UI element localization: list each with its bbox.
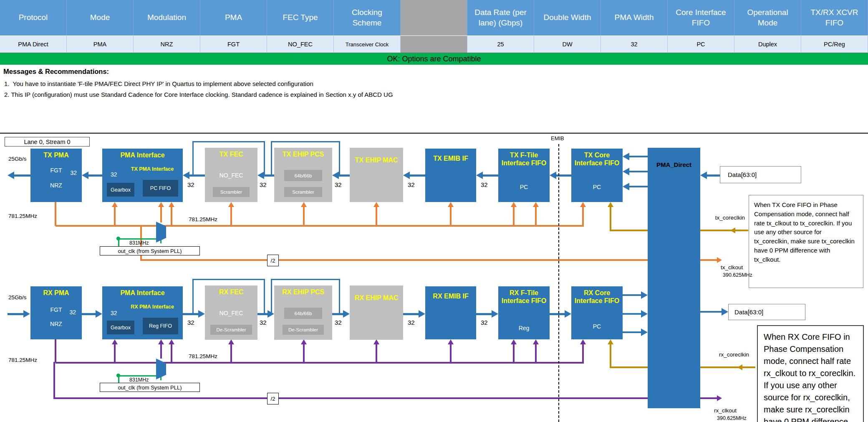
rx-ehip-pcs-block: RX EHIP PCS 64b/66b De-Scrambler [274, 286, 332, 340]
rx-serial-arrowhead [23, 310, 30, 318]
rx-emib-if-block: RX EMIB IF [425, 286, 476, 339]
cell-data-rate[interactable]: 25 [467, 35, 534, 53]
rx-bus-arrowhead [492, 310, 498, 318]
tx-emib-if-block: TX EMIB IF [425, 149, 476, 202]
tx-core-fifo-mode: PC [571, 184, 623, 190]
rx-data-line [700, 311, 722, 313]
tx-pcs-scrambler-block: Scrambler [284, 187, 322, 197]
rx-bus-line [476, 313, 492, 315]
tx-clkout-arrowhead [717, 257, 722, 263]
cell-double-width[interactable]: DW [534, 35, 601, 53]
tx-pma-interface-bus-width: 32 [111, 171, 117, 178]
lane-stream-label: Lane 0, Stream 0 [5, 137, 90, 147]
cell-xcvr-fifo[interactable]: PC/Reg [801, 35, 868, 53]
rx-fec-mode: NO_FEC [205, 310, 257, 316]
rx-core-arrowhead [641, 291, 648, 299]
tx-clock-stub [513, 207, 515, 226]
tx-pc-fifo-block: PC FIFO [143, 180, 178, 197]
tx-bus-line [409, 174, 425, 177]
rx-pll-source-box: out_clk (from System PLL) [100, 383, 200, 392]
cell-modulation[interactable]: NRZ [134, 35, 200, 53]
cell-protocol[interactable]: PMA Direct [0, 35, 67, 53]
cell-pma-width[interactable]: 32 [601, 35, 668, 53]
tx-note: When TX Core FIFO in Phase Compensation … [749, 195, 863, 288]
rx-bus-line [183, 313, 199, 315]
rx-core-line [623, 331, 642, 333]
rx-clock-stub [535, 344, 537, 363]
rx-bus-line [257, 313, 268, 315]
col-header-mode: Mode [67, 0, 134, 35]
tx-bus-width-label: 32 [481, 181, 488, 188]
rx-clkout-arrowhead [717, 395, 722, 401]
tx-pma-block: TX PMA FGT NRZ 32 [30, 149, 82, 202]
tx-core-line [628, 156, 648, 157]
emib-boundary-line [558, 144, 559, 422]
config-table-values: PMA Direct PMA NRZ FGT NO_FEC Transceive… [0, 35, 868, 53]
tx-fec-mode: NO_FEC [205, 172, 257, 179]
tx-serial-rate-label: 25Gb/s [8, 156, 27, 162]
rx-core-arrowhead [641, 310, 648, 318]
col-header-protocol: Protocol [0, 0, 67, 35]
tx-64b66b-block: 64b/66b [284, 170, 322, 181]
tx-mux-out-line [160, 207, 162, 222]
rx-pll-tap-dot [116, 374, 120, 377]
rx-note: When RX Core FIFO in Phase Compensation … [757, 325, 864, 422]
tx-bypass-line [264, 142, 265, 175]
rx-pll-line [118, 375, 161, 377]
emib-label: EMIB [551, 135, 564, 142]
rx-clock-stub [114, 344, 116, 363]
clocking-scheme-tool: Protocol Mode Modulation PMA FEC Type Cl… [0, 0, 868, 422]
col-header-pma-width: PMA Width [601, 0, 668, 35]
rx-fec-title: RX FEC [205, 286, 257, 296]
message-item-2: 2. This IP (configuration) must use Stan… [4, 91, 393, 98]
col-header-data-rate: Data Rate (per lane) (Gbps) [467, 0, 534, 35]
messages-title: Messages & Recommendations: [3, 68, 109, 76]
rx-pma-bus-width: 32 [69, 309, 76, 316]
rx-bus-width-label: 32 [481, 319, 488, 326]
col-header-modulation: Modulation [134, 0, 200, 35]
tx-ehip-pcs-block: TX EHIP PCS 64b/66b Scrambler [274, 148, 332, 202]
rx-bypass-line [271, 280, 272, 313]
rx-data-box: Data[63:0] [728, 304, 805, 320]
rx-data-arrowhead [722, 308, 728, 316]
cell-clocking-scheme[interactable]: Transceiver Clock [334, 35, 401, 53]
tx-div2-box: /2 [267, 255, 279, 266]
rx-pma-title: RX PMA [30, 286, 82, 297]
rx-div2-branch [53, 362, 55, 399]
rx-bus-width-label: 32 [335, 319, 342, 326]
cell-pma[interactable]: FGT [200, 35, 267, 53]
rx-bus-arrowhead [96, 310, 102, 318]
cell-core-interface-fifo[interactable]: PC [668, 35, 734, 53]
tx-pll-line [118, 238, 161, 240]
rx-bypass-line [339, 280, 340, 313]
rx-clock-freq-mid: 781.25MHz [189, 353, 217, 359]
rx-bypass-line [271, 279, 340, 280]
tx-clock-stub [230, 207, 232, 226]
cell-operational-mode[interactable]: Duplex [734, 35, 801, 53]
rx-descrambler-block: De-Scrambler [210, 325, 252, 335]
rx-pma-block: RX PMA FGT NRZ 32 [30, 286, 82, 339]
rx-bypass-line [192, 279, 265, 280]
tx-core-fifo-title: TX Core Interface FIFO [571, 149, 623, 167]
rx-reg-fifo-block: Reg FIFO [143, 318, 178, 334]
tx-data-line [706, 174, 720, 177]
tx-core-fifo-block: TX Core Interface FIFO PC [571, 149, 623, 202]
rx-clock-stub [230, 344, 232, 363]
rx-clock-stub [582, 344, 584, 363]
cell-mode[interactable]: PMA [67, 35, 134, 53]
rx-pma-interface-title: PMA Interface [102, 286, 183, 297]
tx-pll-tap-dot [116, 237, 120, 240]
tx-ehip-mac-title: TX EHIP MAC [350, 148, 403, 164]
tx-clock-freq-mid: 781.25MHz [189, 216, 217, 222]
rx-clock-stub [376, 344, 377, 363]
col-header-xcvr-fifo: TX/RX XCVR FIFO [801, 0, 868, 35]
tx-ftile-fifo-block: TX F-Tile Interface FIFO PC [498, 149, 550, 202]
rx-bus-width-label: 32 [260, 319, 267, 326]
rx-core-fifo-title: RX Core Interface FIFO [571, 286, 623, 305]
rx-ftile-fifo-block: RX F-Tile Interface FIFO Reg [498, 286, 550, 339]
rx-pma-interface-bus-width: 32 [111, 310, 117, 316]
tx-pma-interface-block: PMA Interface TX PMA Interface 32 Gearbo… [102, 149, 183, 202]
tx-clock-stub [171, 207, 172, 226]
tx-fec-block: TX FEC NO_FEC Scrambler [205, 148, 257, 202]
cell-fec-type[interactable]: NO_FEC [267, 35, 334, 53]
